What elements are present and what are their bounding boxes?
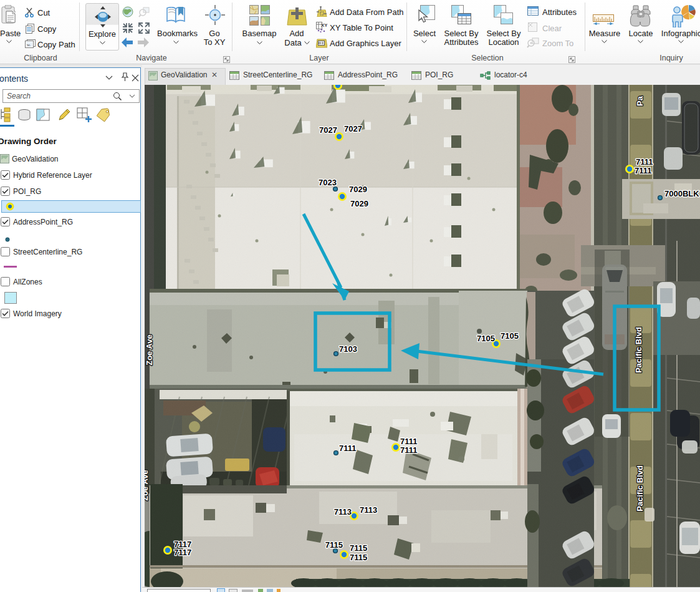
svg-text:7111: 7111: [635, 166, 652, 175]
svg-text:Pacific Blvd: Pacific Blvd: [634, 327, 643, 373]
svg-text:7115: 7115: [350, 553, 367, 562]
svg-text:7115: 7115: [325, 540, 343, 550]
svg-text:7027: 7027: [344, 124, 362, 133]
svg-text:Zoe Ave: Zoe Ave: [145, 334, 154, 366]
svg-text:7105: 7105: [501, 331, 519, 341]
svg-text:7023: 7023: [319, 178, 337, 187]
svg-text:XY: XY: [321, 22, 327, 28]
svg-text:Pacific Blvd: Pacific Blvd: [635, 465, 645, 512]
svg-text:7115: 7115: [350, 543, 367, 553]
svg-text:Pa: Pa: [635, 95, 645, 106]
svg-text:7029: 7029: [349, 185, 367, 194]
svg-text:7111: 7111: [400, 445, 418, 455]
svg-text:w.: w.: [27, 42, 31, 47]
svg-text:7105: 7105: [477, 334, 495, 343]
svg-text:7103: 7103: [339, 344, 357, 354]
svg-text:7111: 7111: [400, 437, 418, 446]
svg-text:7111: 7111: [636, 157, 653, 167]
svg-text:Zoe Ave: Zoe Ave: [145, 470, 150, 501]
svg-text:7111: 7111: [339, 444, 357, 453]
svg-text:7117: 7117: [174, 548, 191, 557]
svg-text:7113: 7113: [360, 505, 377, 515]
svg-text:7113: 7113: [334, 507, 352, 517]
svg-text:7000BLK: 7000BLK: [664, 189, 699, 198]
svg-text:7029: 7029: [350, 199, 368, 208]
svg-text:7027: 7027: [319, 125, 337, 135]
